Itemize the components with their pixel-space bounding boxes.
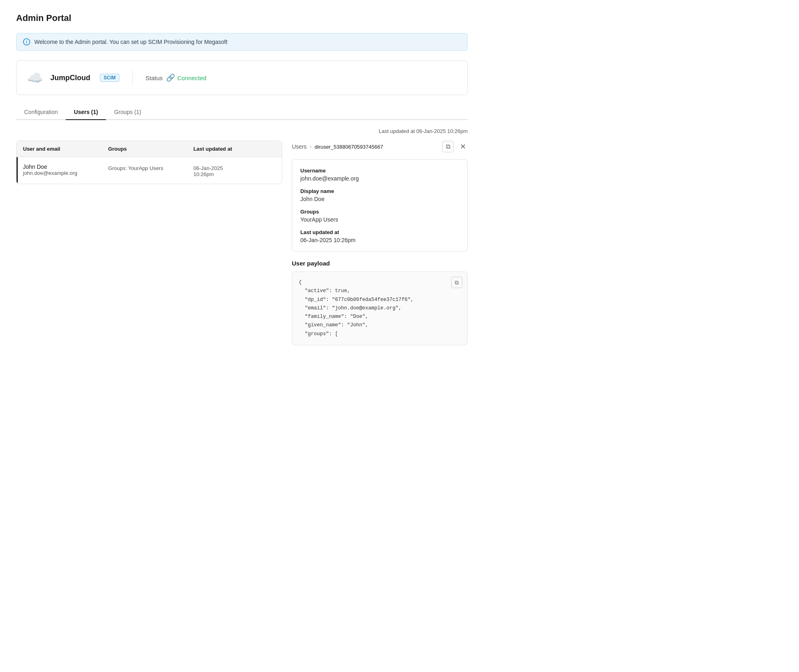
col-last-updated: Last updated at xyxy=(194,146,275,152)
scim-badge: SCIM xyxy=(100,74,119,82)
breadcrumb-users[interactable]: Users xyxy=(292,143,307,150)
close-detail-button[interactable]: ✕ xyxy=(458,141,468,153)
provider-logo: ☁️ xyxy=(26,69,44,87)
provider-name: JumpCloud xyxy=(50,74,90,82)
value-username: john.doe@example.org xyxy=(300,175,459,182)
label-username: Username xyxy=(300,168,459,174)
col-user-email: User and email xyxy=(23,146,105,152)
value-groups: YourApp Users xyxy=(300,216,459,223)
label-display-name: Display name xyxy=(300,188,459,194)
vertical-divider xyxy=(132,70,133,86)
users-table: User and email Groups Last updated at Jo… xyxy=(16,141,282,184)
tab-groups[interactable]: Groups (1) xyxy=(106,105,149,120)
provider-card: ☁️ JumpCloud SCIM Status 🔗 Connected xyxy=(16,60,468,95)
breadcrumb-actions: ⧉ ✕ xyxy=(442,141,468,153)
last-updated-text: Last updated at 06-Jan-2025 10:26pm xyxy=(16,128,468,134)
value-display-name: John Doe xyxy=(300,196,459,202)
label-last-updated: Last updated at xyxy=(300,229,459,235)
row-accent xyxy=(17,157,18,184)
jumpcloud-icon: ☁️ xyxy=(27,70,43,85)
col-groups: Groups xyxy=(108,146,190,152)
groups-cell: Groups: YourApp Users xyxy=(108,164,190,177)
field-last-updated: Last updated at 06-Jan-2025 10:26pm xyxy=(300,229,459,243)
status-value: Connected xyxy=(177,75,207,81)
copy-payload-button[interactable]: ⧉ xyxy=(451,277,462,288)
detail-breadcrumb: Users › diruser_53880670593745667 ⧉ ✕ xyxy=(292,141,468,153)
user-details-card: Username john.doe@example.org Display na… xyxy=(292,159,468,252)
field-groups: Groups YourApp Users xyxy=(300,209,459,223)
date-cell: 06-Jan-202510:26pm xyxy=(194,164,275,177)
detail-panel: Users › diruser_53880670593745667 ⧉ ✕ Us… xyxy=(292,141,468,345)
copy-id-button[interactable]: ⧉ xyxy=(442,141,454,152)
info-banner: i Welcome to the Admin portal. You can s… xyxy=(16,33,468,51)
breadcrumb-separator: › xyxy=(310,144,312,149)
table-header: User and email Groups Last updated at xyxy=(17,141,282,157)
main-content: User and email Groups Last updated at Jo… xyxy=(16,141,468,345)
status-connected: 🔗 Connected xyxy=(166,73,207,82)
breadcrumb-id: diruser_53880670593745667 xyxy=(315,144,383,150)
tab-configuration[interactable]: Configuration xyxy=(16,105,66,120)
payload-code: { "active": true, "dp_id": "677c0b06feda… xyxy=(299,278,461,338)
user-email: john.doe@example.org xyxy=(23,170,105,176)
info-icon: i xyxy=(23,38,30,46)
connected-icon: 🔗 xyxy=(166,73,175,82)
label-groups: Groups xyxy=(300,209,459,215)
banner-text: Welcome to the Admin portal. You can set… xyxy=(34,39,227,45)
page-title: Admin Portal xyxy=(16,13,468,23)
user-cell: John Doe john.doe@example.org xyxy=(23,164,105,177)
table-row[interactable]: John Doe john.doe@example.org Groups: Yo… xyxy=(17,157,282,184)
payload-title: User payload xyxy=(292,260,468,267)
status-label: Status xyxy=(146,75,163,81)
status-section: Status 🔗 Connected xyxy=(146,73,206,82)
payload-card: ⧉ { "active": true, "dp_id": "677c0b06fe… xyxy=(292,272,468,345)
user-name: John Doe xyxy=(23,164,105,170)
tab-users[interactable]: Users (1) xyxy=(66,105,106,120)
value-last-updated: 06-Jan-2025 10:26pm xyxy=(300,237,459,243)
field-display-name: Display name John Doe xyxy=(300,188,459,202)
field-username: Username john.doe@example.org xyxy=(300,168,459,182)
tabs: Configuration Users (1) Groups (1) xyxy=(16,105,468,120)
